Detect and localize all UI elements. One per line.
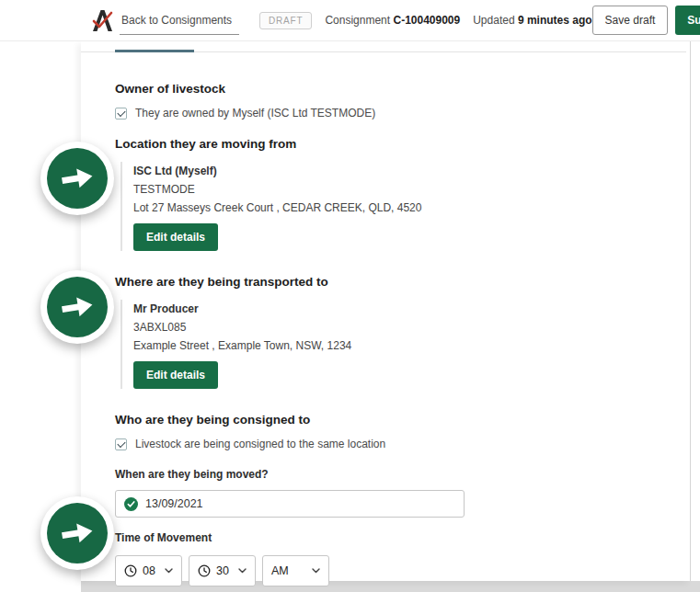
- valid-check-circle-icon: [124, 497, 138, 511]
- back-to-consignments-link[interactable]: Back to Consignments: [121, 14, 232, 27]
- chevron-down-icon: [165, 568, 173, 574]
- move-date-input[interactable]: 13/09/2021: [115, 490, 465, 518]
- arrow-right-icon: [47, 148, 108, 209]
- from-pic: TESTMODE: [133, 180, 653, 199]
- minute-value: 30: [216, 564, 229, 577]
- chevron-down-icon: [312, 568, 320, 574]
- to-name: Mr Producer: [133, 300, 653, 318]
- edit-from-details-button[interactable]: Edit details: [133, 223, 218, 251]
- submit-print-button[interactable]: Submit & print: [675, 6, 700, 35]
- to-details-block: Mr Producer 3ABXL085 Example Street , Ex…: [120, 300, 653, 389]
- move-time-label: Time of Movement: [115, 531, 653, 544]
- status-badge: DRAFT: [259, 12, 312, 29]
- to-address: Example Street , Example Town, NSW, 1234: [133, 336, 653, 355]
- checkbox-checked-icon[interactable]: [115, 438, 127, 450]
- minute-select[interactable]: 30: [189, 555, 256, 586]
- move-date-value: 13/09/2021: [145, 497, 203, 510]
- updated-label: Updated: [473, 14, 514, 27]
- arrow-right-icon: [47, 277, 108, 337]
- meridiem-select[interactable]: AM: [262, 555, 329, 586]
- active-tab-underline: [115, 50, 194, 52]
- clock-icon: [124, 564, 137, 577]
- consigned-section-title: Who are they being consigned to: [115, 413, 653, 427]
- owner-myself-checkbox-row[interactable]: They are owned by Myself (ISC Ltd TESTMO…: [115, 107, 653, 120]
- consignment-label: Consignment: [325, 14, 390, 27]
- save-draft-button[interactable]: Save draft: [592, 6, 669, 35]
- to-section-title: Where are they being transported to: [115, 275, 653, 289]
- consignment-form-card: Owner of livestock They are owned by Mys…: [81, 41, 691, 581]
- same-location-checkbox-label: Livestock are being consigned to the sam…: [135, 438, 385, 450]
- from-name: ISC Ltd (Myself): [133, 162, 653, 180]
- annotation-arrow-right-icon: [40, 496, 114, 570]
- header-bar: Back to Consignments DRAFT Consignment C…: [0, 0, 700, 41]
- updated-status: Updated 9 minutes ago: [473, 14, 591, 27]
- hour-select[interactable]: 08: [115, 555, 182, 586]
- move-date-label: When are they being moved?: [115, 468, 653, 481]
- consignment-number: C-100409009: [393, 14, 460, 27]
- checkbox-checked-icon[interactable]: [115, 108, 127, 120]
- annotation-arrow-right-icon: [40, 270, 114, 344]
- updated-value: 9 minutes ago: [518, 14, 592, 27]
- time-of-movement-row: 08 30 AM: [115, 555, 653, 586]
- to-pic: 3ABXL085: [133, 318, 653, 336]
- same-location-checkbox-row[interactable]: Livestock are being consigned to the sam…: [115, 438, 653, 450]
- from-section-title: Location they are moving from: [115, 137, 653, 151]
- consignment-title: Consignment C-100409009: [325, 14, 460, 27]
- clock-icon: [198, 564, 211, 577]
- chevron-down-icon: [238, 568, 247, 574]
- brand-logo-icon: [90, 8, 115, 33]
- from-details-block: ISC Ltd (Myself) TESTMODE Lot 27 Masseys…: [120, 162, 653, 251]
- edit-to-details-button[interactable]: Edit details: [133, 361, 218, 389]
- owner-section-title: Owner of livestock: [115, 82, 653, 96]
- owner-checkbox-label: They are owned by Myself (ISC Ltd TESTMO…: [135, 107, 375, 120]
- meridiem-value: AM: [271, 564, 289, 577]
- annotation-arrow-right-icon: [40, 142, 114, 215]
- hour-value: 08: [143, 564, 155, 577]
- from-address: Lot 27 Masseys Creek Court , CEDAR CREEK…: [133, 199, 653, 217]
- arrow-right-icon: [47, 503, 108, 564]
